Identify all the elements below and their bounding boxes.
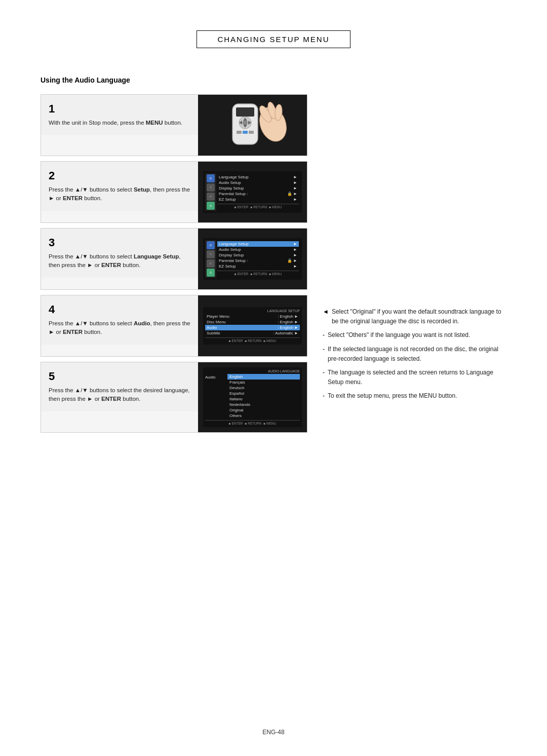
step-3-text: Press the ▲/▼ buttons to select Language… bbox=[49, 252, 190, 270]
audio-lang-others: Others bbox=[227, 413, 300, 419]
audio-lang-original: Original bbox=[227, 407, 300, 413]
step-2-left: 2 Press the ▲/▼ buttons to select Setup,… bbox=[41, 162, 198, 211]
step-4-image: LANGUAGE SETUP Player Menu: English ► Di… bbox=[198, 295, 307, 356]
note-2-bullet: - bbox=[323, 330, 325, 340]
section-title: Using the Audio Language bbox=[41, 76, 506, 84]
step-5-number: 5 bbox=[49, 370, 190, 383]
svg-rect-10 bbox=[249, 131, 254, 134]
note-2: - Select "Others" if the language you wa… bbox=[323, 330, 506, 340]
svg-rect-8 bbox=[237, 131, 242, 134]
step-1-left: 1 With the unit in Stop mode, press the … bbox=[41, 95, 198, 135]
audio-lang-title: AUDIO LANGUAGE bbox=[205, 369, 300, 373]
step-4-number: 4 bbox=[49, 303, 190, 316]
page-title-box: Changing Setup Menu bbox=[197, 30, 350, 48]
step-3-left: 3 Press the ▲/▼ buttons to select Langua… bbox=[41, 229, 198, 278]
step-2-image: D T F S Language Setup► bbox=[198, 162, 307, 222]
note-5-bullet: - bbox=[323, 391, 325, 401]
step-5: 5 Press the ▲/▼ buttons to select the de… bbox=[41, 362, 307, 433]
step-2-number: 2 bbox=[49, 169, 190, 182]
svg-rect-1 bbox=[236, 107, 254, 117]
step-1-image bbox=[198, 95, 307, 156]
note-3-bullet: - bbox=[323, 345, 325, 354]
audio-lang-english: English bbox=[227, 374, 300, 380]
page-title: Changing Setup Menu bbox=[217, 35, 329, 44]
step-1: 1 With the unit in Stop mode, press the … bbox=[41, 94, 307, 156]
page: Changing Setup Menu Using the Audio Lang… bbox=[0, 0, 547, 756]
step-5-left: 5 Press the ▲/▼ buttons to select the de… bbox=[41, 362, 198, 411]
note-4-bullet: - bbox=[323, 368, 325, 377]
note-1: ◄ Select "Original" if you want the defa… bbox=[323, 307, 506, 326]
note-1-text: Select "Original" if you want the defaul… bbox=[332, 307, 506, 326]
note-2-text: Select "Others" if the language you want… bbox=[328, 330, 470, 340]
svg-rect-9 bbox=[243, 131, 248, 134]
step-5-text: Press the ▲/▼ buttons to select the desi… bbox=[49, 386, 190, 404]
svg-point-3 bbox=[243, 120, 248, 125]
main-content: 1 With the unit in Stop mode, press the … bbox=[41, 94, 506, 438]
step-4-left: 4 Press the ▲/▼ buttons to select Audio,… bbox=[41, 295, 198, 345]
note-4: - The language is selected and the scree… bbox=[323, 368, 506, 387]
step-1-text: With the unit in Stop mode, press the ME… bbox=[49, 119, 190, 127]
footer: ENG-48 bbox=[0, 729, 547, 736]
note-3-text: If the selected language is not recorded… bbox=[328, 345, 506, 364]
step-5-image: AUDIO LANGUAGE Audio English Français De… bbox=[198, 362, 307, 432]
step-4-text: Press the ▲/▼ buttons to select Audio, t… bbox=[49, 319, 190, 337]
step-4: 4 Press the ▲/▼ buttons to select Audio,… bbox=[41, 295, 307, 357]
notes-column: ◄ Select "Original" if you want the defa… bbox=[323, 94, 506, 438]
steps-column: 1 With the unit in Stop mode, press the … bbox=[41, 94, 307, 438]
audio-lang-nederlands: Nederlands bbox=[227, 402, 300, 407]
note-5: - To exit the setup menu, press the MENU… bbox=[323, 391, 506, 401]
audio-lang-italiano: Italiano bbox=[227, 396, 300, 402]
audio-lang-francais: Français bbox=[227, 380, 300, 385]
audio-lang-deutsch: Deutsch bbox=[227, 385, 300, 391]
step-3-image: D T F S Language Setup► Audio Setup bbox=[198, 229, 307, 289]
audio-lang-espanol: Español bbox=[227, 391, 300, 396]
note-4-text: The language is selected and the screen … bbox=[328, 368, 506, 387]
step-2: 2 Press the ▲/▼ buttons to select Setup,… bbox=[41, 161, 307, 223]
step-2-text: Press the ▲/▼ buttons to select Setup, t… bbox=[49, 185, 190, 203]
step-1-number: 1 bbox=[49, 102, 190, 116]
note-5-text: To exit the setup menu, press the MENU b… bbox=[328, 391, 457, 401]
remote-control-icon bbox=[212, 101, 293, 149]
note-3: - If the selected language is not record… bbox=[323, 345, 506, 364]
note-1-bullet: ◄ bbox=[323, 307, 329, 317]
lang-setup-title: LANGUAGE SETUP bbox=[205, 309, 300, 313]
step-3-number: 3 bbox=[49, 236, 190, 249]
step-3: 3 Press the ▲/▼ buttons to select Langua… bbox=[41, 228, 307, 290]
